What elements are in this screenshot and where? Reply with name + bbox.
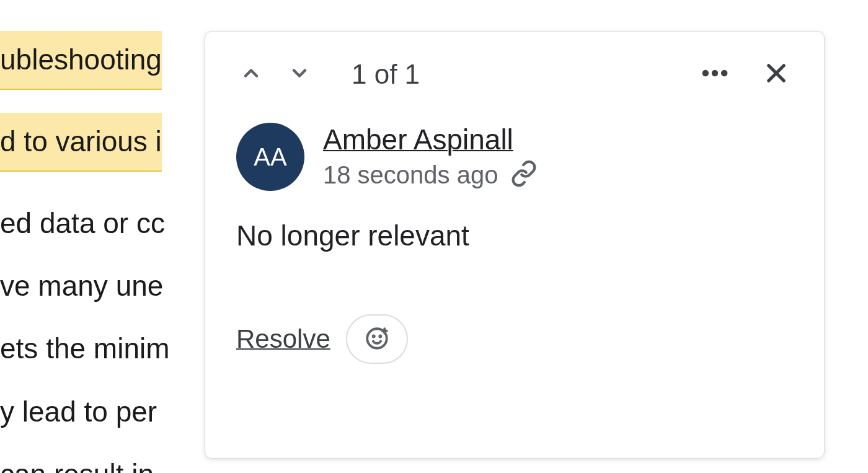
- close-icon: [763, 60, 789, 88]
- comment-timestamp: 18 seconds ago: [323, 161, 498, 189]
- more-horizontal-icon: [699, 57, 731, 91]
- avatar: AA: [236, 123, 304, 191]
- comment-panel: 1 of 1 AA Amber Aspinall 18 seconds ago: [205, 31, 825, 459]
- comment-author-row: AA Amber Aspinall 18 seconds ago: [236, 123, 793, 191]
- document-text-line: can result in: [0, 446, 211, 473]
- svg-point-2: [721, 70, 727, 76]
- document-text-line: ve many une: [0, 257, 211, 315]
- next-comment-button[interactable]: [285, 58, 314, 90]
- close-button[interactable]: [760, 56, 793, 92]
- document-text-line: y lead to per: [0, 383, 211, 441]
- svg-point-0: [702, 70, 709, 76]
- more-options-button[interactable]: [695, 53, 735, 95]
- comment-counter: 1 of 1: [352, 59, 420, 90]
- comment-header-actions: [695, 53, 793, 95]
- previous-comment-button[interactable]: [236, 58, 266, 90]
- author-name-link[interactable]: Amber Aspinall: [323, 123, 538, 156]
- chevron-up-icon: [240, 62, 262, 86]
- chevron-down-icon: [288, 62, 311, 86]
- comment-body-text: No longer relevant: [236, 219, 793, 252]
- svg-point-7: [379, 335, 381, 337]
- document-background-text: ubleshooting d to various i ed data or c…: [0, 31, 211, 473]
- resolve-button[interactable]: Resolve: [236, 324, 330, 354]
- comment-nav-group: 1 of 1: [236, 58, 420, 90]
- comment-header: 1 of 1: [236, 53, 793, 95]
- author-info: Amber Aspinall 18 seconds ago: [323, 123, 538, 190]
- comment-actions: Resolve: [236, 314, 793, 364]
- timestamp-row: 18 seconds ago: [323, 160, 538, 190]
- add-reaction-button[interactable]: [346, 314, 408, 364]
- svg-point-6: [373, 335, 374, 337]
- comment-link-button[interactable]: [510, 160, 538, 190]
- document-text-line: ed data or cc: [0, 195, 211, 252]
- link-icon: [510, 160, 538, 190]
- emoji-add-icon: [364, 325, 390, 353]
- highlighted-text-line[interactable]: ubleshooting: [0, 31, 162, 90]
- svg-point-1: [712, 70, 718, 76]
- document-text-line: ets the minim: [0, 320, 211, 378]
- highlighted-text-line[interactable]: d to various i: [0, 113, 162, 172]
